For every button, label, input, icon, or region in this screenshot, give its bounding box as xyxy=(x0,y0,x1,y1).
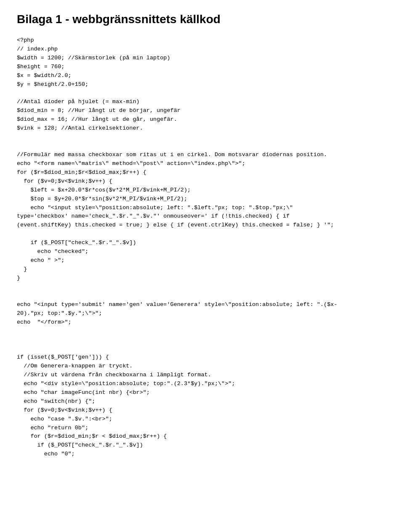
page-title: Bilaga 1 - webbgränssnittets källkod xyxy=(17,13,387,26)
code-content: <?php // index.php $width = 1200; //Skär… xyxy=(17,36,387,459)
